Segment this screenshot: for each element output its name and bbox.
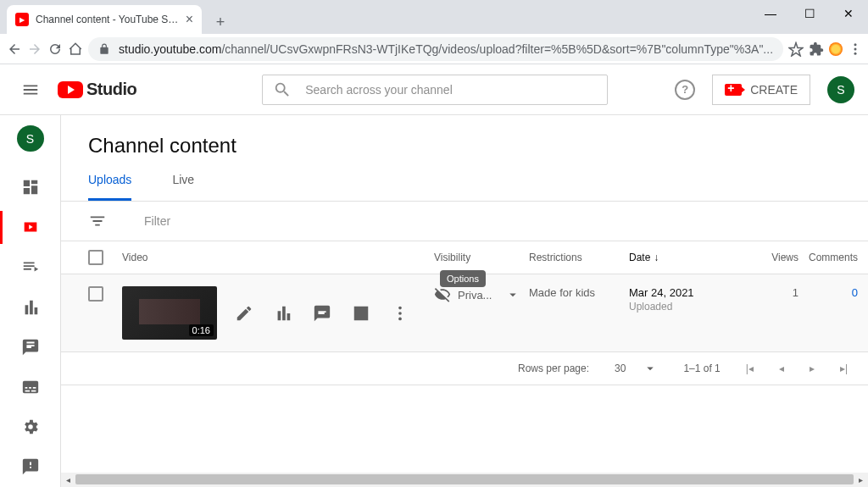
sidebar-analytics[interactable] <box>0 287 61 327</box>
filter-bar[interactable]: Filter <box>61 202 868 241</box>
tab-close-button[interactable]: × <box>186 12 193 27</box>
create-button[interactable]: CREATE <box>712 75 810 105</box>
pagination: Rows per page: 30 1–1 of 1 |◂ ◂ ▸ ▸| <box>61 352 868 385</box>
row-checkbox[interactable] <box>88 286 103 302</box>
maximize-button[interactable]: ☐ <box>790 0 829 27</box>
svg-point-3 <box>398 306 402 309</box>
tab-uploads[interactable]: Uploads <box>88 173 131 201</box>
analytics-icon[interactable] <box>273 303 293 324</box>
header-visibility[interactable]: Visibility <box>434 252 529 263</box>
first-page-button[interactable]: |◂ <box>746 362 754 374</box>
youtube-icon <box>58 81 83 98</box>
youtube-icon[interactable] <box>351 303 371 324</box>
address-bar[interactable]: studio.youtube.com/channel/UCsvGxwpnFRsN… <box>88 37 783 61</box>
scroll-thumb[interactable] <box>75 474 854 484</box>
browser-tab-strip: Channel content - YouTube Studi × + — ☐ … <box>0 0 868 34</box>
sidebar-dashboard[interactable] <box>0 167 61 207</box>
page-range: 1–1 of 1 <box>683 362 720 374</box>
browser-tab[interactable]: Channel content - YouTube Studi × <box>7 5 202 34</box>
visibility-text: Priva... <box>458 289 492 302</box>
search-icon <box>273 80 292 99</box>
sidebar-feedback[interactable] <box>0 447 61 487</box>
tab-live[interactable]: Live <box>172 173 194 201</box>
help-icon[interactable]: ? <box>675 80 695 100</box>
minimize-button[interactable]: — <box>751 0 790 27</box>
svg-point-0 <box>854 43 857 46</box>
date-text: Mar 24, 2021 <box>629 286 739 299</box>
scroll-right-arrow[interactable]: ▸ <box>854 473 868 487</box>
svg-point-4 <box>398 312 402 315</box>
select-all-checkbox[interactable] <box>88 250 103 265</box>
sidebar: S <box>0 115 61 487</box>
close-window-button[interactable]: ✕ <box>829 0 868 27</box>
sidebar-subtitles[interactable] <box>0 367 61 407</box>
video-thumbnail[interactable]: 0:16 <box>122 286 217 340</box>
header-date[interactable]: Date↓ <box>629 252 739 263</box>
app-header: Studio Search across your channel ? CREA… <box>0 64 868 115</box>
forward-button[interactable] <box>27 37 42 61</box>
header-comments[interactable]: Comments <box>798 252 858 263</box>
header-video[interactable]: Video <box>122 252 434 263</box>
options-icon[interactable] <box>390 303 410 324</box>
date-status: Uploaded <box>629 301 739 313</box>
rows-per-page-select[interactable]: 30 <box>615 361 658 376</box>
header-restrictions[interactable]: Restrictions <box>529 252 629 263</box>
views-value: 1 <box>739 286 798 299</box>
account-avatar[interactable]: S <box>827 76 854 103</box>
create-icon <box>725 84 742 96</box>
sort-down-icon: ↓ <box>654 252 659 263</box>
window-controls: — ☐ ✕ <box>751 0 868 27</box>
sidebar-comments[interactable] <box>0 327 61 367</box>
bookmark-star-icon[interactable] <box>788 39 804 59</box>
search-placeholder: Search across your channel <box>305 83 453 97</box>
options-tooltip: Options <box>440 270 486 287</box>
lock-icon <box>98 43 110 55</box>
search-input[interactable]: Search across your channel <box>262 75 608 105</box>
svg-point-5 <box>398 317 402 320</box>
scroll-left-arrow[interactable]: ◂ <box>61 473 75 487</box>
back-button[interactable] <box>7 37 22 61</box>
filter-icon <box>88 212 107 230</box>
sidebar-playlists[interactable] <box>0 247 61 287</box>
row-actions <box>234 303 410 324</box>
horizontal-scrollbar[interactable]: ◂ ▸ <box>61 473 868 487</box>
filter-label: Filter <box>144 214 170 228</box>
url-text: studio.youtube.com/channel/UCsvGxwpnFRsN… <box>119 42 773 56</box>
svg-point-2 <box>854 52 857 54</box>
reload-button[interactable] <box>47 37 63 61</box>
youtube-favicon <box>15 13 29 26</box>
extensions-icon[interactable] <box>809 39 824 59</box>
tab-title: Channel content - YouTube Studi <box>36 14 179 25</box>
hamburger-menu-icon[interactable] <box>14 73 47 107</box>
dropdown-icon <box>643 361 658 376</box>
dropdown-icon[interactable] <box>505 287 520 302</box>
create-label: CREATE <box>750 83 798 97</box>
sidebar-content[interactable] <box>0 208 61 247</box>
browser-toolbar: studio.youtube.com/channel/UCsvGxwpnFRsN… <box>0 34 868 64</box>
channel-avatar[interactable]: S <box>17 125 44 152</box>
content-area: Channel content Uploads Live Filter Vide… <box>61 115 868 487</box>
comments-icon[interactable] <box>312 303 332 324</box>
svg-point-1 <box>854 47 857 50</box>
header-views[interactable]: Views <box>739 252 798 263</box>
video-duration: 0:16 <box>189 324 214 336</box>
logo-text: Studio <box>86 80 136 99</box>
comments-value[interactable]: 0 <box>798 286 858 299</box>
sidebar-settings[interactable] <box>0 407 61 447</box>
home-button[interactable] <box>68 37 83 61</box>
prev-page-button[interactable]: ◂ <box>779 362 784 374</box>
next-page-button[interactable]: ▸ <box>810 362 815 374</box>
page-title: Channel content <box>61 115 868 173</box>
extension-custom-icon[interactable] <box>829 39 843 59</box>
last-page-button[interactable]: ▸| <box>840 362 848 374</box>
studio-logo[interactable]: Studio <box>58 80 136 99</box>
new-tab-button[interactable]: + <box>209 10 232 34</box>
rows-per-page-label: Rows per page: <box>518 362 589 374</box>
restrictions-text: Made for kids <box>529 286 629 299</box>
browser-menu-icon[interactable] <box>848 39 863 59</box>
visibility-private-icon <box>434 286 451 303</box>
content-tabs: Uploads Live <box>61 173 868 202</box>
edit-icon[interactable] <box>234 303 254 324</box>
